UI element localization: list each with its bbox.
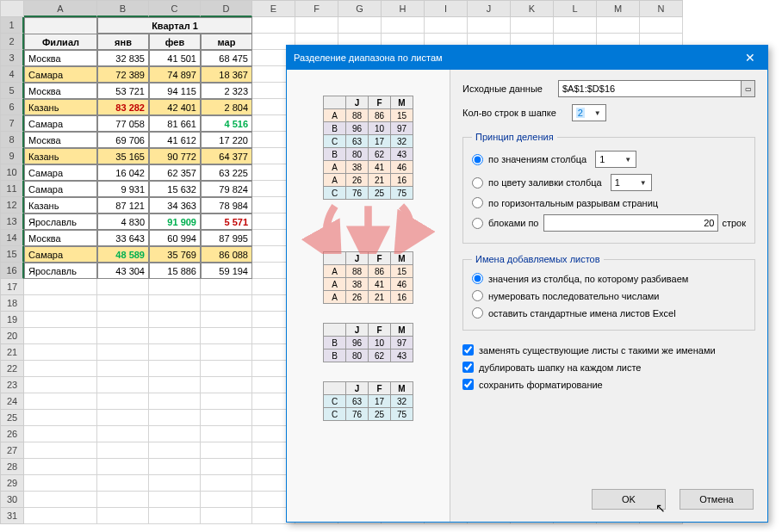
radio-by-hbreak[interactable] [472,197,483,208]
value-cell[interactable]: 41 612 [149,132,201,148]
empty-cell[interactable] [201,393,252,410]
row-header-20[interactable]: 20 [0,328,24,344]
col-header-L[interactable]: L [554,0,597,17]
radio-name-sequential[interactable] [472,290,483,301]
empty-cell[interactable] [201,492,252,508]
value-cell[interactable]: 48 589 [97,246,149,263]
value-cell[interactable]: 35 165 [97,148,149,164]
empty-cell[interactable] [201,426,252,442]
row-header-12[interactable]: 12 [0,197,24,213]
radio-by-color[interactable] [472,177,483,189]
value-cell[interactable]: 77 058 [97,115,149,132]
empty-cell[interactable] [252,17,295,34]
empty-cell[interactable] [382,17,425,34]
empty-cell[interactable] [201,361,252,377]
empty-cell[interactable] [149,508,201,524]
row-header-22[interactable]: 22 [0,361,24,377]
branch-cell[interactable]: Самара [24,115,97,132]
branch-cell[interactable]: Ярославль [24,263,97,279]
col-header-G[interactable]: G [338,0,382,17]
header-month[interactable]: янв [97,34,149,50]
empty-cell[interactable] [24,410,97,426]
value-cell[interactable]: 9 931 [97,181,149,197]
value-cell[interactable]: 90 772 [149,148,201,164]
radio-name-default[interactable] [472,307,483,319]
select-all-cell[interactable] [0,0,24,17]
branch-cell[interactable]: Самара [24,246,97,263]
value-cell[interactable]: 62 357 [149,164,201,181]
value-cell[interactable]: 87 121 [97,197,149,213]
branch-cell[interactable]: Москва [24,83,97,99]
row-header-29[interactable]: 29 [0,475,24,492]
row-header-14[interactable]: 14 [0,230,24,246]
empty-cell[interactable] [640,17,683,34]
row-header-1[interactable]: 1 [0,17,24,34]
empty-cell[interactable] [97,328,149,344]
empty-cell[interactable] [149,295,201,312]
row-header-3[interactable]: 3 [0,50,24,66]
value-cell[interactable]: 83 282 [97,99,149,115]
row-header-4[interactable]: 4 [0,66,24,83]
row-header-15[interactable]: 15 [0,246,24,263]
empty-cell[interactable] [24,328,97,344]
row-header-7[interactable]: 7 [0,115,24,132]
value-cell[interactable]: 41 501 [149,50,201,66]
by-column-combo[interactable]: 1▼ [595,151,636,168]
row-header-10[interactable]: 10 [0,164,24,181]
col-header-I[interactable]: I [425,0,468,17]
value-cell[interactable]: 79 824 [201,181,252,197]
empty-cell[interactable] [338,17,382,34]
col-header-A[interactable]: A [24,0,97,17]
ok-button[interactable]: OK [592,489,666,510]
value-cell[interactable]: 81 661 [149,115,201,132]
empty-cell[interactable] [24,475,97,492]
empty-cell[interactable] [149,393,201,410]
branch-cell[interactable]: Казань [24,99,97,115]
value-cell[interactable]: 42 401 [149,99,201,115]
row-header-27[interactable]: 27 [0,442,24,459]
col-header-C[interactable]: C [149,0,201,17]
row-header-25[interactable]: 25 [0,410,24,426]
empty-cell[interactable] [97,377,149,393]
branch-cell[interactable]: Москва [24,132,97,148]
empty-cell[interactable] [97,475,149,492]
check-keep-formatting[interactable] [462,379,474,390]
row-header-31[interactable]: 31 [0,508,24,524]
empty-cell[interactable] [425,17,468,34]
empty-cell[interactable] [201,279,252,295]
empty-cell[interactable] [97,442,149,459]
row-header-24[interactable]: 24 [0,393,24,410]
branch-cell[interactable]: Москва [24,50,97,66]
empty-cell[interactable] [554,17,597,34]
value-cell[interactable]: 16 042 [97,164,149,181]
empty-cell[interactable] [149,344,201,361]
row-header-28[interactable]: 28 [0,459,24,475]
empty-cell[interactable] [201,508,252,524]
dialog-titlebar[interactable]: Разделение диапазона по листам ✕ [287,46,767,70]
value-cell[interactable]: 15 632 [149,181,201,197]
cancel-button[interactable]: Отмена [680,489,754,510]
col-header-D[interactable]: D [201,0,252,17]
branch-cell[interactable]: Самара [24,66,97,83]
value-cell[interactable]: 78 984 [201,197,252,213]
empty-cell[interactable] [97,361,149,377]
close-icon[interactable]: ✕ [740,51,760,65]
value-cell[interactable]: 15 886 [149,263,201,279]
row-header-8[interactable]: 8 [0,132,24,148]
col-header-E[interactable]: E [252,0,295,17]
value-cell[interactable]: 33 643 [97,230,149,246]
empty-cell[interactable] [201,312,252,328]
empty-cell[interactable] [201,410,252,426]
check-replace-existing[interactable] [462,344,474,356]
empty-cell[interactable] [149,492,201,508]
empty-cell[interactable] [149,475,201,492]
empty-cell[interactable] [149,377,201,393]
value-cell[interactable]: 86 088 [201,246,252,263]
value-cell[interactable]: 63 225 [201,164,252,181]
empty-cell[interactable] [149,459,201,475]
empty-cell[interactable] [201,459,252,475]
check-duplicate-header[interactable] [462,362,474,373]
row-header-26[interactable]: 26 [0,426,24,442]
empty-cell[interactable] [97,393,149,410]
empty-cell[interactable] [24,377,97,393]
